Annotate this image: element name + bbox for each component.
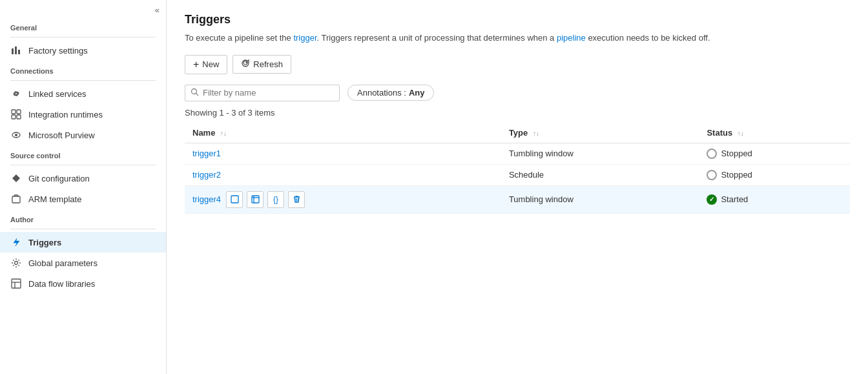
sidebar-item-git-configuration[interactable]: Git configuration bbox=[0, 168, 166, 189]
refresh-icon bbox=[241, 59, 250, 70]
svg-rect-3 bbox=[12, 110, 16, 114]
svg-rect-4 bbox=[17, 110, 21, 114]
svg-rect-2 bbox=[18, 50, 20, 54]
svg-line-15 bbox=[196, 93, 199, 96]
collapse-icon: « bbox=[155, 5, 160, 15]
sort-icon-status[interactable]: ↑↓ bbox=[738, 130, 744, 137]
collapse-button[interactable]: « bbox=[0, 0, 166, 17]
new-button[interactable]: + New bbox=[185, 55, 227, 74]
sidebar-item-data-flow-libraries[interactable]: Data flow libraries bbox=[0, 273, 166, 294]
cell-status: Stopped bbox=[699, 164, 850, 185]
highlight-trigger: trigger bbox=[293, 33, 316, 43]
table-row: trigger4 {} bbox=[185, 185, 850, 214]
box-icon bbox=[10, 193, 22, 205]
code-action-button[interactable]: {} bbox=[267, 191, 284, 208]
sidebar-item-label: Git configuration bbox=[28, 174, 90, 183]
column-header-status: Status ↑↓ bbox=[699, 123, 850, 143]
new-button-label: New bbox=[202, 59, 219, 69]
sidebar-item-arm-template[interactable]: ARM template bbox=[0, 189, 166, 209]
sidebar-item-triggers[interactable]: Triggers bbox=[0, 232, 166, 253]
filter-row: Annotations : Any bbox=[185, 85, 850, 101]
cell-type: Schedule bbox=[501, 164, 699, 185]
sidebar-item-label: ARM template bbox=[28, 194, 81, 204]
sidebar-item-microsoft-purview[interactable]: Microsoft Purview bbox=[0, 125, 166, 145]
svg-rect-16 bbox=[231, 196, 238, 203]
link-icon bbox=[10, 88, 22, 99]
annotations-label: Annotations : bbox=[357, 88, 406, 98]
svg-rect-11 bbox=[12, 279, 21, 288]
sidebar-item-linked-services[interactable]: Linked services bbox=[0, 83, 166, 104]
cell-name: trigger4 {} bbox=[185, 186, 501, 214]
svg-point-10 bbox=[15, 262, 18, 265]
triggers-table: Name ↑↓ Type ↑↓ Status ↑↓ trigger1 Tum bbox=[185, 123, 850, 214]
stopped-icon bbox=[707, 170, 717, 180]
sidebar-item-label: Microsoft Purview bbox=[28, 130, 95, 140]
run-action-button[interactable] bbox=[226, 191, 243, 208]
status-badge-trigger2: Stopped bbox=[707, 170, 842, 180]
annotations-value: Any bbox=[409, 88, 425, 98]
cell-status: Started bbox=[699, 185, 850, 214]
column-header-type: Type ↑↓ bbox=[501, 123, 699, 143]
sidebar-item-label: Factory settings bbox=[28, 46, 88, 56]
cell-type: Tumbling window bbox=[501, 143, 699, 164]
status-badge-trigger4: Started bbox=[707, 194, 842, 205]
table-header-row: Name ↑↓ Type ↑↓ Status ↑↓ bbox=[185, 123, 850, 143]
cell-name: trigger2 bbox=[185, 164, 501, 185]
trigger4-link[interactable]: trigger4 bbox=[192, 194, 221, 204]
refresh-button-label: Refresh bbox=[253, 59, 283, 69]
svg-rect-5 bbox=[12, 115, 16, 119]
page-title: Triggers bbox=[185, 13, 850, 26]
main-content: Triggers To execute a pipeline set the t… bbox=[167, 0, 868, 374]
started-icon bbox=[707, 194, 717, 205]
table-row: trigger2 Schedule Stopped bbox=[185, 164, 850, 185]
svg-point-8 bbox=[15, 134, 17, 136]
sidebar-item-label: Data flow libraries bbox=[28, 279, 95, 289]
status-text: Started bbox=[721, 194, 748, 204]
divider-connections bbox=[10, 80, 156, 81]
section-label-connections: Connections bbox=[0, 61, 166, 78]
page-description: To execute a pipeline set the trigger. T… bbox=[185, 32, 818, 45]
column-header-name: Name ↑↓ bbox=[185, 123, 501, 143]
trigger2-link[interactable]: trigger2 bbox=[192, 170, 221, 180]
sort-icon-type[interactable]: ↑↓ bbox=[533, 130, 539, 137]
svg-rect-0 bbox=[12, 48, 14, 54]
eye-icon bbox=[10, 129, 22, 141]
refresh-button[interactable]: Refresh bbox=[232, 55, 291, 74]
svg-rect-17 bbox=[252, 196, 259, 203]
section-label-author: Author bbox=[0, 209, 166, 226]
search-icon bbox=[191, 88, 199, 98]
status-badge-trigger1: Stopped bbox=[707, 149, 842, 159]
divider-source-control bbox=[10, 165, 156, 165]
section-label-source-control: Source control bbox=[0, 145, 166, 162]
sidebar-item-global-parameters[interactable]: Global parameters bbox=[0, 253, 166, 273]
stopped-icon bbox=[707, 149, 717, 159]
divider-general bbox=[10, 37, 156, 37]
svg-rect-1 bbox=[15, 47, 17, 54]
edit-action-button[interactable] bbox=[247, 191, 264, 208]
cell-type: Tumbling window bbox=[501, 185, 699, 214]
sort-icon-name[interactable]: ↑↓ bbox=[220, 130, 227, 137]
chart-icon bbox=[10, 45, 22, 56]
row-actions-trigger4: {} bbox=[226, 191, 305, 208]
annotations-button[interactable]: Annotations : Any bbox=[347, 85, 434, 101]
svg-rect-6 bbox=[17, 115, 21, 119]
sidebar-item-label: Triggers bbox=[28, 238, 61, 247]
diamond-icon bbox=[10, 172, 22, 184]
divider-author bbox=[10, 229, 156, 229]
sidebar-item-factory-settings[interactable]: Factory settings bbox=[0, 40, 166, 61]
delete-action-button[interactable] bbox=[288, 191, 305, 208]
trigger1-link[interactable]: trigger1 bbox=[192, 149, 221, 158]
toolbar: + New Refresh bbox=[185, 55, 850, 74]
filter-input-wrap[interactable] bbox=[185, 85, 340, 101]
section-label-general: General bbox=[0, 17, 166, 34]
sidebar-item-label: Global parameters bbox=[28, 258, 98, 268]
cell-status: Stopped bbox=[699, 143, 850, 164]
sidebar-item-label: Linked services bbox=[28, 89, 87, 99]
showing-text: Showing 1 - 3 of 3 items bbox=[185, 108, 850, 118]
sidebar-item-integration-runtimes[interactable]: Integration runtimes bbox=[0, 104, 166, 125]
table-row: trigger1 Tumbling window Stopped bbox=[185, 143, 850, 164]
lightning-icon bbox=[10, 236, 22, 248]
status-text: Stopped bbox=[721, 170, 752, 180]
search-input[interactable] bbox=[203, 88, 334, 98]
highlight-pipeline: pipeline bbox=[557, 33, 586, 43]
